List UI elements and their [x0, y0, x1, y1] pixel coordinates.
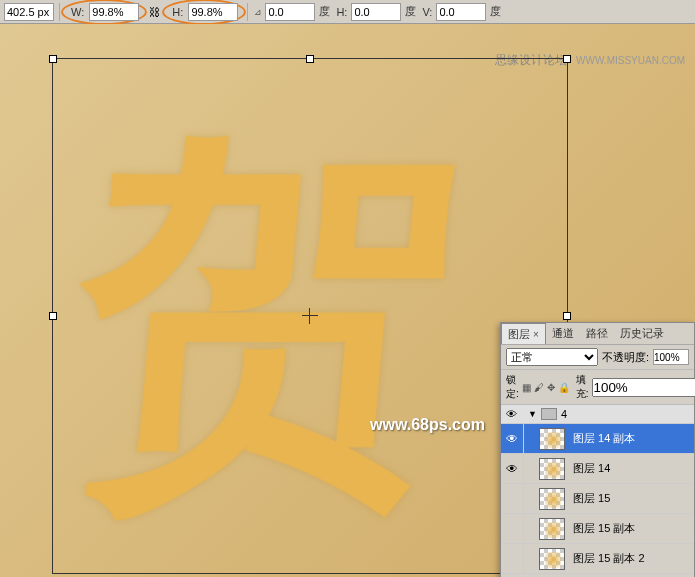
transform-handle-tm[interactable] — [306, 55, 314, 63]
fill-input[interactable] — [592, 378, 695, 397]
layer-thumbnail[interactable] — [539, 458, 565, 480]
divider — [59, 3, 60, 21]
transform-handle-mr[interactable] — [563, 312, 571, 320]
divider — [247, 3, 248, 21]
highlight-circle-h: H: — [162, 0, 246, 25]
rotation-input[interactable] — [265, 3, 315, 21]
layer-thumbnail[interactable] — [539, 548, 565, 570]
angle-unit: 度 — [317, 4, 332, 19]
panel-tabs: 图层× 通道 路径 历史记录 — [501, 323, 694, 345]
height-input[interactable] — [188, 3, 238, 21]
tab-paths[interactable]: 路径 — [580, 323, 614, 344]
transform-handle-tl[interactable] — [49, 55, 57, 63]
skew-h-label: H: — [334, 6, 349, 18]
skew-v-label: V: — [420, 6, 434, 18]
lock-label: 锁定: — [506, 373, 519, 401]
layer-item[interactable]: 图层 15 — [501, 484, 694, 514]
width-label: W: — [69, 6, 86, 18]
opacity-label: 不透明度: — [602, 350, 649, 365]
fill-label: 填充: — [576, 373, 589, 401]
watermark-site: WWW.MISSYUAN.COM — [576, 55, 685, 66]
layer-thumbnail[interactable] — [539, 518, 565, 540]
layer-name[interactable]: 图层 15 — [569, 491, 694, 506]
transform-center-point[interactable] — [302, 308, 318, 324]
layer-thumbnail[interactable] — [539, 428, 565, 450]
layer-item[interactable]: 图层 15 副本 — [501, 514, 694, 544]
angle-icon: ⊿ — [253, 7, 263, 17]
skew-h-unit: 度 — [403, 4, 418, 19]
width-input[interactable] — [89, 3, 139, 21]
visibility-toggle[interactable]: 👁 — [501, 432, 523, 446]
skew-h-input[interactable] — [351, 3, 401, 21]
lock-row: 锁定: ▦ 🖌 ✥ 🔒 填充: — [501, 370, 694, 405]
blend-mode-row: 正常 不透明度: — [501, 345, 694, 370]
tab-layers[interactable]: 图层× — [501, 323, 546, 344]
skew-v-unit: 度 — [488, 4, 503, 19]
layer-thumbnail[interactable] — [539, 488, 565, 510]
layers-list: 👁 图层 14 副本 👁 图层 14 图层 15 图层 15 副本 图层 15 … — [501, 424, 694, 574]
layer-group-row[interactable]: 👁 ▼ 4 — [501, 405, 694, 424]
blend-mode-select[interactable]: 正常 — [506, 348, 598, 366]
layer-name[interactable]: 图层 15 副本 — [569, 521, 694, 536]
layer-name[interactable]: 图层 15 副本 2 — [569, 551, 694, 566]
position-input[interactable] — [4, 3, 54, 21]
options-bar: W: ⛓ H: ⊿ 度 H: 度 V: 度 — [0, 0, 695, 24]
transform-handle-tr[interactable] — [563, 55, 571, 63]
layer-item[interactable]: 👁 图层 14 副本 — [501, 424, 694, 454]
opacity-input[interactable] — [653, 349, 689, 365]
group-expand-icon[interactable]: ▼ — [528, 409, 537, 419]
highlight-circle-w: W: — [61, 0, 147, 25]
lock-paint-icon[interactable]: 🖌 — [534, 380, 544, 394]
skew-v-input[interactable] — [436, 3, 486, 21]
canvas-area[interactable]: 思缘设计论坛 WWW.MISSYUAN.COM 贺 www.68ps.com 图… — [0, 24, 695, 577]
transform-handle-ml[interactable] — [49, 312, 57, 320]
folder-icon — [541, 408, 557, 420]
visibility-toggle[interactable]: 👁 — [501, 462, 523, 476]
layer-item[interactable]: 👁 图层 14 — [501, 454, 694, 484]
lock-position-icon[interactable]: ✥ — [547, 380, 555, 394]
visibility-toggle[interactable]: 👁 — [506, 408, 524, 420]
layer-name[interactable]: 图层 14 — [569, 461, 694, 476]
height-label: H: — [170, 6, 185, 18]
watermark-mid: www.68ps.com — [370, 416, 485, 434]
group-name: 4 — [561, 408, 567, 420]
tab-channels[interactable]: 通道 — [546, 323, 580, 344]
layers-panel: 图层× 通道 路径 历史记录 正常 不透明度: 锁定: ▦ 🖌 ✥ 🔒 填充: … — [500, 322, 695, 577]
layer-name[interactable]: 图层 14 副本 — [569, 431, 694, 446]
lock-transparency-icon[interactable]: ▦ — [522, 380, 531, 394]
position-group — [4, 3, 54, 21]
layer-item[interactable]: 图层 15 副本 2 — [501, 544, 694, 574]
tab-history[interactable]: 历史记录 — [614, 323, 670, 344]
lock-all-icon[interactable]: 🔒 — [558, 380, 570, 394]
transform-bounding-box[interactable] — [52, 58, 568, 574]
close-icon[interactable]: × — [533, 329, 539, 340]
